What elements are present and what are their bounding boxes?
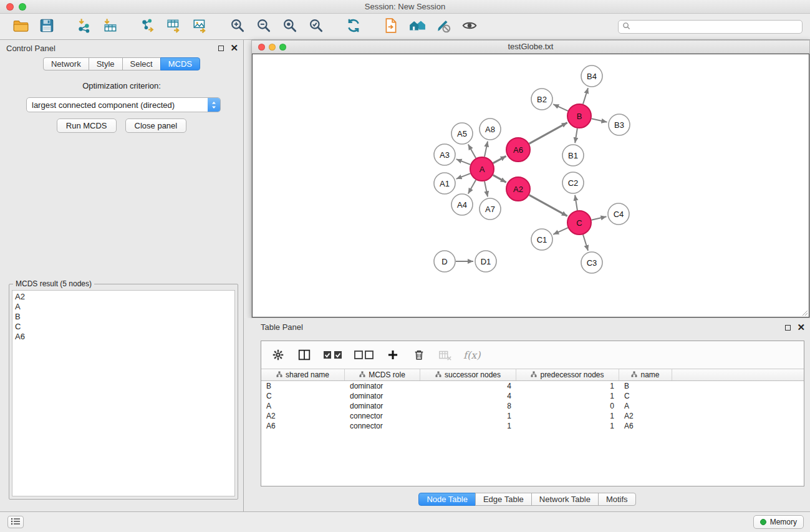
network-minimize-button[interactable]	[269, 44, 276, 51]
table-row[interactable]: A2connector11A2	[261, 411, 804, 421]
home-button[interactable]	[404, 16, 430, 38]
export-network-button[interactable]	[135, 16, 161, 38]
float-table-panel-icon[interactable]	[785, 325, 791, 331]
node-A8[interactable]: A8	[480, 118, 501, 140]
node-B3[interactable]: B3	[609, 114, 630, 135]
network-canvas[interactable]: B4B2BB3A5A8A6B1A3AC2A1A2A4A7C4CC1C3DD1	[252, 54, 809, 317]
mcds-result-list[interactable]: A2ABCA6	[12, 290, 235, 496]
edge-A-A2[interactable]	[493, 175, 506, 183]
apply-layout-button[interactable]	[340, 16, 367, 38]
column-header-name[interactable]: name	[619, 369, 672, 380]
tab-select[interactable]: Select	[122, 57, 161, 70]
node-C1[interactable]: C1	[531, 229, 552, 250]
result-list-item[interactable]: B	[12, 312, 234, 322]
node-A3[interactable]: A3	[434, 144, 455, 165]
delete-column-button[interactable]	[411, 347, 427, 363]
memory-button[interactable]: Memory	[753, 515, 804, 529]
graphics-details-button[interactable]	[430, 16, 456, 38]
node-D[interactable]: D	[434, 251, 455, 272]
column-header-successor-nodes[interactable]: successor nodes	[420, 369, 516, 380]
result-list-item[interactable]: A2	[12, 292, 234, 302]
node-B[interactable]: B	[567, 104, 591, 128]
edge-B-B3[interactable]	[592, 118, 607, 122]
network-file-button[interactable]	[378, 16, 404, 38]
node-B1[interactable]: B1	[562, 145, 584, 166]
run-mcds-button[interactable]: Run MCDS	[57, 118, 117, 133]
table-tab-network-table[interactable]: Network Table	[531, 493, 599, 506]
zoom-selected-button[interactable]	[303, 16, 329, 38]
edge-C-C3[interactable]	[583, 235, 588, 251]
export-image-button[interactable]	[187, 16, 213, 38]
node-B2[interactable]: B2	[531, 89, 552, 110]
show-hide-details-button[interactable]	[456, 16, 483, 38]
column-header-MCDS-role[interactable]: MCDS role	[345, 369, 420, 380]
column-header-predecessor-nodes[interactable]: predecessor nodes	[516, 369, 619, 380]
close-panel-icon[interactable]: ✕	[230, 44, 238, 52]
show-column-button[interactable]	[296, 347, 312, 363]
tab-mcds[interactable]: MCDS	[160, 57, 200, 70]
function-builder-button[interactable]: f(x)	[463, 349, 480, 361]
table-row[interactable]: Cdominator41C	[261, 391, 804, 401]
edge-A2-C[interactable]	[529, 195, 567, 216]
close-window-button[interactable]	[6, 3, 14, 11]
node-A6[interactable]: A6	[506, 138, 530, 162]
table-tab-node-table[interactable]: Node Table	[418, 493, 476, 506]
node-A2[interactable]: A2	[506, 177, 530, 201]
create-column-button[interactable]	[385, 347, 401, 363]
export-table-button[interactable]	[161, 16, 187, 38]
edge-C-C1[interactable]	[553, 228, 568, 235]
tab-network[interactable]: Network	[43, 57, 89, 70]
close-table-panel-icon[interactable]: ✕	[797, 324, 805, 331]
criterion-dropdown[interactable]: largest connected component (directed)	[26, 97, 221, 112]
select-all-button[interactable]	[322, 347, 344, 363]
delete-table-button[interactable]	[437, 347, 453, 363]
save-session-button[interactable]	[34, 16, 60, 38]
edge-B-B1[interactable]	[575, 128, 577, 143]
edge-C-C2[interactable]	[575, 195, 577, 210]
zoom-in-button[interactable]	[224, 16, 251, 38]
edge-A-A8[interactable]	[485, 142, 488, 157]
result-list-item[interactable]: A6	[12, 332, 234, 342]
import-network-button[interactable]	[71, 16, 97, 38]
search-input[interactable]	[633, 22, 798, 31]
table-tab-motifs[interactable]: Motifs	[598, 493, 636, 506]
edge-A-A7[interactable]	[485, 181, 488, 197]
node-A5[interactable]: A5	[451, 123, 473, 144]
zoom-fit-button[interactable]	[277, 16, 303, 38]
float-panel-icon[interactable]	[218, 46, 224, 51]
deselect-all-button[interactable]	[354, 347, 375, 363]
network-zoom-button[interactable]	[279, 44, 286, 51]
tab-style[interactable]: Style	[89, 57, 123, 70]
toolbar-search[interactable]	[618, 20, 803, 34]
node-A7[interactable]: A7	[480, 198, 501, 220]
node-C[interactable]: C	[567, 211, 591, 235]
edge-B-B2[interactable]	[553, 104, 568, 111]
node-C3[interactable]: C3	[581, 252, 602, 273]
zoom-window-button[interactable]	[19, 3, 26, 11]
table-row[interactable]: Bdominator41B	[261, 381, 804, 391]
close-panel-button[interactable]: Close panel	[125, 118, 187, 133]
node-table-body[interactable]: Bdominator41BCdominator41CAdominator80AA…	[261, 381, 804, 486]
edge-A-A1[interactable]	[456, 173, 471, 179]
edge-A-A4[interactable]	[468, 180, 476, 193]
result-list-item[interactable]: C	[12, 322, 234, 332]
panel-list-button[interactable]	[7, 516, 24, 528]
table-row[interactable]: A6connector11A6	[261, 421, 804, 431]
node-A4[interactable]: A4	[451, 194, 473, 215]
result-list-item[interactable]: A	[12, 302, 234, 312]
edge-A-A5[interactable]	[468, 144, 476, 158]
column-header-shared-name[interactable]: shared name	[261, 369, 345, 380]
node-C4[interactable]: C4	[608, 203, 629, 225]
table-settings-button[interactable]	[270, 347, 286, 363]
resize-grip-icon[interactable]	[802, 310, 808, 316]
node-A[interactable]: A	[470, 157, 494, 181]
node-B4[interactable]: B4	[581, 65, 602, 87]
edge-C-C4[interactable]	[592, 216, 607, 220]
node-C2[interactable]: C2	[562, 172, 584, 193]
network-window-titlebar[interactable]: testGlobe.txt	[252, 41, 809, 54]
node-D1[interactable]: D1	[475, 251, 496, 272]
edge-B-B4[interactable]	[583, 88, 588, 104]
open-session-button[interactable]	[7, 16, 34, 38]
edge-A6-B[interactable]	[529, 123, 567, 144]
zoom-out-button[interactable]	[251, 16, 277, 38]
